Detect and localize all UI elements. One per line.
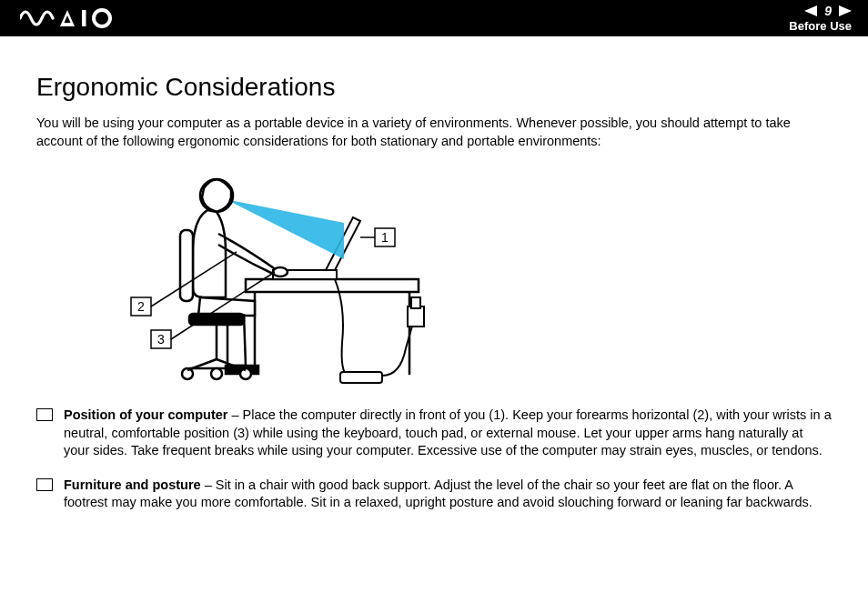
- vaio-logo: [20, 8, 115, 28]
- page-content: Ergonomic Considerations You will be usi…: [0, 36, 868, 547]
- header-nav: 9 Before Use: [789, 4, 852, 33]
- svg-rect-18: [408, 306, 424, 327]
- svg-rect-19: [411, 297, 420, 308]
- next-page-arrow[interactable]: [839, 4, 852, 20]
- prev-page-arrow[interactable]: [804, 4, 817, 20]
- svg-rect-2: [246, 279, 419, 292]
- diagram-label-2: 2: [137, 299, 145, 314]
- svg-point-7: [273, 267, 288, 276]
- diagram-label-3: 3: [157, 332, 165, 347]
- vaio-logo-svg: [20, 8, 115, 28]
- page-number: 9: [824, 5, 832, 18]
- section-label: Before Use: [789, 20, 852, 33]
- bullet-title: Furniture and posture: [64, 477, 201, 492]
- ergonomics-diagram: 1 2 3: [109, 161, 437, 397]
- header-bar: 9 Before Use: [0, 0, 868, 36]
- intro-paragraph: You will be using your computer as a por…: [36, 115, 832, 150]
- bullet-item: Furniture and posture – Sit in a chair w…: [36, 477, 832, 512]
- svg-rect-0: [82, 10, 86, 26]
- bullet-item: Position of your computer – Place the co…: [36, 407, 832, 460]
- svg-rect-8: [180, 230, 193, 301]
- diagram-label-1: 1: [381, 230, 389, 245]
- bullet-list: Position of your computer – Place the co…: [36, 407, 832, 512]
- svg-point-1: [94, 10, 110, 26]
- bullet-title: Position of your computer: [64, 407, 227, 422]
- page-title: Ergonomic Considerations: [36, 73, 832, 102]
- bullet-marker-icon: [36, 478, 53, 491]
- svg-rect-17: [340, 372, 382, 383]
- svg-point-13: [211, 368, 222, 379]
- svg-rect-9: [189, 314, 244, 325]
- bullet-marker-icon: [36, 408, 53, 421]
